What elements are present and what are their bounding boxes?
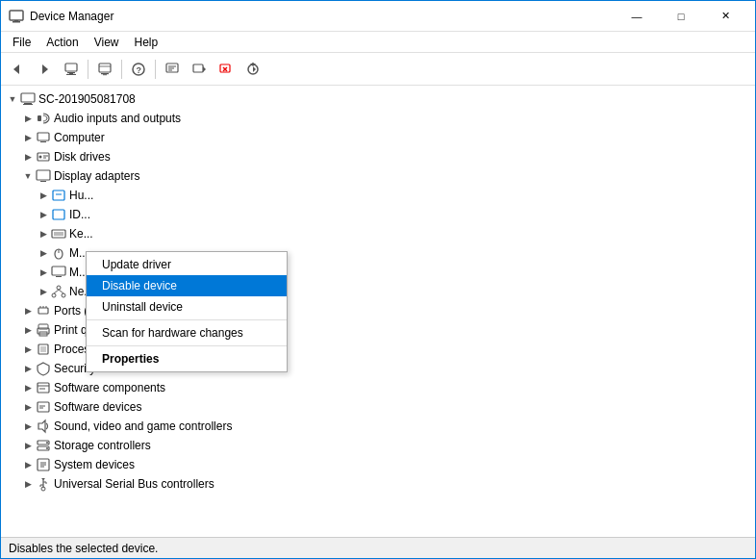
menu-help[interactable]: Help	[127, 34, 166, 51]
toolbar-scan-button[interactable]	[240, 57, 265, 82]
svg-rect-5	[65, 64, 77, 71]
tree-item-disk[interactable]: ▶ Disk drives	[1, 147, 755, 166]
svg-marker-3	[13, 64, 19, 74]
minimize-button[interactable]: —	[615, 1, 659, 32]
expand-system[interactable]: ▶	[20, 457, 36, 472]
expand-monitors[interactable]: ▶	[36, 265, 51, 280]
hid-icon	[51, 188, 66, 203]
svg-rect-28	[21, 93, 35, 102]
tree-item-audio[interactable]: ▶ Audio inputs and outputs	[1, 109, 755, 128]
tree-item-hid[interactable]: ▶ Hu...	[1, 186, 755, 205]
toolbar-device-props-button[interactable]	[160, 57, 185, 82]
expand-mice[interactable]: ▶	[36, 245, 51, 261]
app-icon	[9, 9, 24, 24]
computer-icon	[20, 91, 36, 107]
tree-item-usb[interactable]: ▶ Universal Serial Bus controllers	[1, 474, 755, 494]
svg-point-73	[46, 442, 48, 444]
ctx-uninstall-device[interactable]: Uninstall device	[87, 296, 287, 318]
expand-hid[interactable]: ▶	[36, 188, 51, 203]
expand-keyboards[interactable]: ▶	[36, 226, 51, 241]
software-dev-label: Software devices	[54, 400, 141, 414]
expand-processors[interactable]: ▶	[20, 342, 36, 357]
expand-storage[interactable]: ▶	[20, 438, 36, 453]
tree-item-software-comp[interactable]: ▶ Software components	[1, 378, 755, 397]
svg-line-54	[59, 290, 63, 293]
display-icon	[36, 168, 51, 184]
expand-ports[interactable]: ▶	[20, 303, 36, 318]
tree-item-system[interactable]: ▶ System devices	[1, 455, 755, 474]
expand-print[interactable]: ▶	[20, 322, 36, 338]
toolbar-forward-button[interactable]	[32, 57, 57, 82]
svg-rect-43	[52, 230, 65, 238]
svg-point-52	[62, 293, 65, 297]
ctx-update-driver[interactable]: Update driver	[87, 254, 287, 275]
svg-rect-63	[40, 346, 46, 352]
tree-item-display[interactable]: ▼ Display adapters	[1, 166, 755, 186]
expand-sound[interactable]: ▶	[20, 419, 36, 434]
ctx-scan-hardware[interactable]: Scan for hardware changes	[87, 322, 287, 343]
menu-bar: File Action View Help	[1, 32, 755, 53]
expand-computer[interactable]: ▶	[20, 130, 36, 145]
toolbar-uninstall-button[interactable]	[214, 57, 239, 82]
up-icon	[63, 62, 79, 77]
tree-item-ide[interactable]: ▶ ID...	[1, 205, 755, 224]
expand-display[interactable]: ▼	[20, 168, 36, 184]
expand-software-comp[interactable]: ▶	[20, 380, 36, 395]
expand-security[interactable]: ▶	[20, 361, 36, 376]
menu-file[interactable]: File	[5, 34, 38, 51]
ctx-properties[interactable]: Properties	[87, 348, 287, 369]
expand-network[interactable]: ▶	[36, 284, 51, 299]
back-icon	[10, 62, 25, 77]
svg-rect-2	[14, 20, 18, 21]
disk-icon	[36, 149, 51, 165]
tree-item-computer[interactable]: ▶ Computer	[1, 128, 755, 147]
tree-item-keyboards[interactable]: ▶ Ke...	[1, 224, 755, 243]
system-label: System devices	[54, 458, 135, 471]
tree-item-software-dev[interactable]: ▶ Software devices	[1, 397, 755, 417]
tree-item-storage[interactable]: ▶ Storage controllers	[1, 436, 755, 455]
system-icon	[36, 457, 51, 472]
tree-item-root[interactable]: ▼ SC-201905081708	[1, 89, 755, 109]
expand-disk[interactable]: ▶	[20, 149, 36, 165]
device-manager-window: Device Manager — □ ✕ File Action View He…	[0, 0, 756, 559]
expand-usb[interactable]: ▶	[20, 476, 36, 492]
svg-rect-48	[52, 267, 65, 275]
sound-icon	[36, 419, 51, 434]
menu-view[interactable]: View	[87, 34, 127, 51]
svg-point-74	[46, 447, 48, 449]
update-driver-icon	[191, 62, 207, 77]
toolbar-up-button[interactable]	[59, 57, 84, 82]
svg-rect-32	[38, 133, 49, 140]
printer-icon	[36, 322, 51, 338]
toolbar-help-button[interactable]: ?	[126, 57, 151, 82]
maximize-button[interactable]: □	[659, 1, 703, 32]
toolbar-show-hidden-button[interactable]	[92, 57, 117, 82]
expand-root[interactable]: ▼	[5, 91, 20, 107]
tree-item-sound[interactable]: ▶ Sound, video and game controllers	[1, 417, 755, 436]
menu-action[interactable]: Action	[38, 34, 86, 51]
ctx-disable-device[interactable]: Disable device	[87, 275, 287, 296]
toolbar: ?	[1, 53, 755, 86]
svg-rect-0	[10, 11, 23, 20]
expand-audio[interactable]: ▶	[20, 111, 36, 126]
processor-icon	[36, 342, 51, 357]
svg-rect-29	[24, 103, 32, 104]
svg-rect-38	[37, 170, 50, 180]
close-button[interactable]: ✕	[703, 1, 747, 32]
svg-text:?: ?	[137, 65, 142, 75]
expand-ide[interactable]: ▶	[36, 207, 51, 222]
toolbar-update-driver-button[interactable]	[187, 57, 212, 82]
svg-rect-67	[38, 402, 49, 412]
mouse-icon	[51, 245, 66, 261]
toolbar-back-button[interactable]	[5, 57, 30, 82]
svg-rect-9	[99, 64, 111, 72]
svg-rect-40	[53, 191, 64, 200]
root-label: SC-201905081708	[38, 92, 136, 106]
audio-icon	[36, 111, 51, 126]
ide-label: ID...	[69, 208, 90, 221]
ports-icon	[36, 303, 51, 318]
expand-software-dev[interactable]: ▶	[20, 399, 36, 415]
software-comp-icon	[36, 380, 51, 395]
audio-label: Audio inputs and outputs	[54, 112, 181, 125]
sound-label: Sound, video and game controllers	[54, 419, 232, 433]
